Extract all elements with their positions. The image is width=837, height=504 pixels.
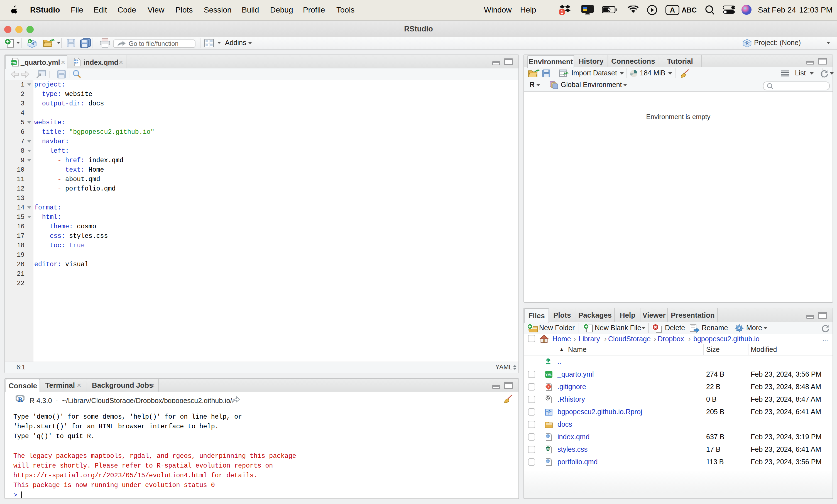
svg-text:R: R: [746, 41, 749, 45]
svg-text:CSS: CSS: [546, 448, 551, 450]
svg-text:R: R: [18, 396, 23, 402]
svg-text:YML: YML: [545, 373, 552, 377]
svg-text:YML: YML: [11, 61, 17, 64]
svg-text:•: •: [548, 385, 549, 389]
svg-text:R: R: [548, 409, 550, 413]
svg-text:1: 1: [560, 10, 563, 15]
svg-text:A: A: [670, 6, 675, 14]
